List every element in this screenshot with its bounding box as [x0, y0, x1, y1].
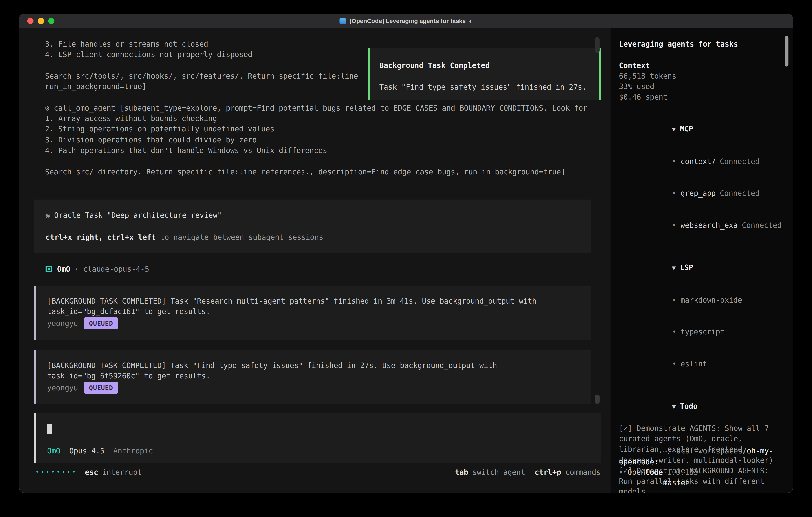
esc-key-label: interrupt [102, 467, 142, 478]
terminal-line [45, 156, 587, 166]
current-agent-label: OmO [47, 445, 60, 456]
version-number: 1.0.163 [667, 468, 698, 477]
oracle-icon: ◉ [46, 211, 50, 219]
terminal-line: 1. Array access without bounds checking [45, 113, 587, 124]
window-title-text: [OpenCode] Leveraging agents for tasks [350, 18, 466, 24]
window-title: [OpenCode] Leveraging agents for tasks ◐ [19, 14, 793, 28]
oracle-task-title: ◉Oracle Task "Deep architecture review" [46, 210, 222, 220]
notification-toast[interactable]: Background Task Completed Task "Find typ… [368, 48, 601, 100]
chevron-down-icon: ▼ [672, 403, 676, 411]
status-badge: QUEUED [84, 317, 118, 329]
status-badge: QUEUED [84, 382, 118, 394]
tab-key-label: switch agent [472, 467, 525, 478]
lsp-item: •eslint [619, 348, 784, 380]
lsp-section-header[interactable]: ▼LSP [619, 252, 784, 284]
context-spent: $0.46 spent [619, 92, 784, 103]
context-header: Context [619, 60, 784, 71]
esc-key-hint: esc [85, 467, 98, 478]
context-used: 33% used [619, 81, 784, 92]
bullet-icon: • [672, 328, 676, 336]
current-provider-label: Anthropic [114, 445, 153, 456]
bullet-icon: • [672, 189, 676, 197]
lsp-item: •markdown-oxide [619, 284, 784, 316]
agent-model: claude-opus-4-5 [83, 264, 149, 274]
prompt-input[interactable]: OmO Opus 4.5 Anthropic [34, 413, 601, 463]
oracle-task-card: ◉Oracle Task "Deep architecture review" … [34, 199, 591, 253]
chat-pane: 3. File handles or streams not closed 4.… [19, 28, 611, 493]
separator-dot: · [75, 264, 79, 274]
terminal-line: 3. Division operations that could divide… [45, 134, 587, 145]
input-meta: OmO Opus 4.5 Anthropic [47, 445, 153, 456]
scrollbar-thumb[interactable] [595, 37, 600, 53]
message-meta: yeongyu QUEUED [47, 382, 118, 394]
keybind-text: ctrl+x right, ctrl+x left [46, 233, 156, 241]
session-title: Leveraging agents for tasks [619, 39, 784, 49]
toast-body: Task "Find type safety issues" finished … [379, 82, 586, 92]
workspace-path: ~/local-workspaces/oh-my-opencode: maste… [619, 435, 784, 493]
terminal-line: Search src/ directory. Return specific f… [45, 166, 587, 177]
message-author: yeongyu [47, 318, 78, 329]
busy-indicator-icon: ◐ [469, 18, 472, 24]
message-text: task_id="bg_6f59260c" to get results. [47, 371, 210, 381]
bullet-icon: • [619, 468, 624, 477]
scrollbar-thumb[interactable] [595, 394, 600, 404]
terminal-tab-icon [340, 18, 346, 24]
titlebar: [OpenCode] Leveraging agents for tasks ◐ [19, 14, 793, 28]
sidebar: Leveraging agents for tasks Context 66,5… [611, 28, 793, 493]
tab-key-hint: tab [455, 467, 468, 478]
message-text: task_id="bg_dcfac161" to get results. [47, 306, 210, 317]
text-cursor [47, 424, 52, 434]
git-branch: master [663, 479, 690, 487]
message-text: [BACKGROUND TASK COMPLETED] Task "Resear… [47, 296, 537, 306]
message-author: yeongyu [47, 382, 78, 393]
mcp-section-header[interactable]: ▼MCP [619, 113, 784, 145]
ctrlp-key-hint: ctrl+p [535, 467, 561, 478]
toast-title: Background Task Completed [379, 60, 490, 71]
agent-name: OmO [57, 264, 70, 274]
chevron-down-icon: ▼ [672, 126, 676, 133]
window-content: 3. File handles or streams not closed 4.… [19, 28, 793, 493]
agent-header: OmO · claude-opus-4-5 [46, 264, 149, 274]
spinner-dots: •••••••• [35, 467, 78, 478]
bullet-icon: • [672, 221, 676, 229]
app-version-footer: •OpenCode1.0.163 [619, 467, 698, 478]
current-model-label: Opus 4.5 [69, 445, 105, 456]
bullet-icon: • [672, 360, 676, 368]
bullet-icon: • [672, 157, 676, 166]
background-task-message: [BACKGROUND TASK COMPLETED] Task "Resear… [34, 286, 591, 340]
todo-section-header[interactable]: ▼Todo [619, 390, 784, 423]
terminal-window: [OpenCode] Leveraging agents for tasks ◐… [19, 14, 793, 493]
subagent-nav-hint: ctrl+x right, ctrl+x left to navigate be… [46, 232, 323, 243]
background-task-message: [BACKGROUND TASK COMPLETED] Task "Find t… [34, 350, 591, 404]
message-meta: yeongyu QUEUED [47, 317, 118, 329]
screen: [OpenCode] Leveraging agents for tasks ◐… [0, 0, 812, 517]
oracle-task-label: Oracle Task "Deep architecture review" [54, 211, 222, 219]
agent-square-icon [46, 266, 52, 272]
terminal-line: 4. Path operations that don't handle Win… [45, 145, 587, 156]
chevron-down-icon: ▼ [672, 265, 676, 272]
mcp-item: •context7Connected [619, 145, 784, 177]
status-bar: •••••••• esc interrupt tab switch agent … [35, 467, 601, 478]
message-text: [BACKGROUND TASK COMPLETED] Task "Find t… [47, 360, 497, 371]
bullet-icon: • [672, 296, 676, 304]
ctrlp-key-label: commands [566, 467, 601, 478]
tool-call-line: ⚙ call_omo_agent [subagent_type=explore,… [45, 103, 587, 113]
mcp-item: •grep_appConnected [619, 177, 784, 209]
context-tokens: 66,518 tokens [619, 71, 784, 81]
mcp-item: •websearch_exaConnected [619, 209, 784, 241]
terminal-line: 2. String operations on potentially unde… [45, 124, 587, 134]
sidebar-scrollbar-thumb[interactable] [785, 36, 788, 66]
lsp-item: •typescript [619, 316, 784, 348]
